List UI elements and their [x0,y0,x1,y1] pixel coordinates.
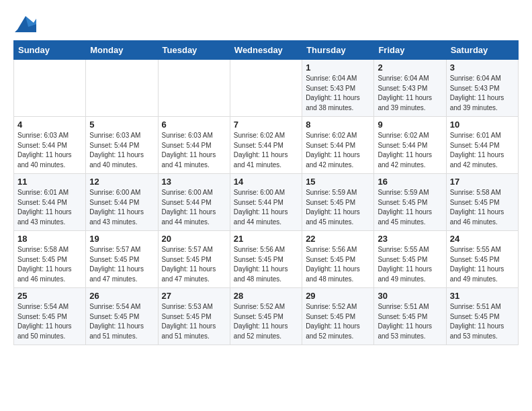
day-info: Sunrise: 5:56 AM Sunset: 5:45 PM Dayligh… [234,245,298,284]
day-info: Sunrise: 5:52 AM Sunset: 5:45 PM Dayligh… [234,302,298,341]
calendar-cell: 17Sunrise: 5:58 AM Sunset: 5:45 PM Dayli… [446,174,518,231]
calendar-cell: 28Sunrise: 5:52 AM Sunset: 5:45 PM Dayli… [230,288,302,345]
day-number: 20 [162,234,226,244]
day-number: 4 [17,120,82,130]
header [13,13,519,32]
day-number: 27 [162,291,226,301]
day-info: Sunrise: 6:04 AM Sunset: 5:43 PM Dayligh… [450,74,515,113]
day-info: Sunrise: 5:56 AM Sunset: 5:45 PM Dayligh… [306,245,370,284]
day-info: Sunrise: 5:55 AM Sunset: 5:45 PM Dayligh… [378,245,442,284]
calendar-cell: 29Sunrise: 5:52 AM Sunset: 5:45 PM Dayli… [302,288,374,345]
calendar-cell: 14Sunrise: 6:00 AM Sunset: 5:44 PM Dayli… [230,174,302,231]
calendar-cell: 11Sunrise: 6:01 AM Sunset: 5:44 PM Dayli… [14,174,86,231]
week-row-4: 18Sunrise: 5:58 AM Sunset: 5:45 PM Dayli… [14,231,519,288]
weekday-friday: Friday [374,41,446,60]
day-number: 2 [378,62,442,73]
day-number: 9 [378,120,442,130]
calendar-cell: 18Sunrise: 5:58 AM Sunset: 5:45 PM Dayli… [14,231,86,288]
day-info: Sunrise: 6:03 AM Sunset: 5:44 PM Dayligh… [89,131,154,170]
weekday-monday: Monday [86,41,158,60]
day-number: 5 [89,120,154,130]
day-info: Sunrise: 5:51 AM Sunset: 5:45 PM Dayligh… [378,302,442,341]
day-info: Sunrise: 6:04 AM Sunset: 5:43 PM Dayligh… [378,74,442,113]
calendar-cell: 16Sunrise: 5:59 AM Sunset: 5:45 PM Dayli… [374,174,446,231]
calendar-cell: 25Sunrise: 5:54 AM Sunset: 5:45 PM Dayli… [14,288,86,345]
weekday-header-row: SundayMondayTuesdayWednesdayThursdayFrid… [14,41,519,60]
day-info: Sunrise: 5:59 AM Sunset: 5:45 PM Dayligh… [378,188,442,227]
day-info: Sunrise: 6:02 AM Sunset: 5:44 PM Dayligh… [306,131,370,170]
calendar-cell: 26Sunrise: 5:54 AM Sunset: 5:45 PM Dayli… [86,288,158,345]
calendar-cell: 9Sunrise: 6:02 AM Sunset: 5:44 PM Daylig… [374,117,446,174]
day-number: 17 [450,177,515,187]
calendar-cell: 2Sunrise: 6:04 AM Sunset: 5:43 PM Daylig… [374,60,446,117]
day-info: Sunrise: 5:53 AM Sunset: 5:45 PM Dayligh… [162,302,226,341]
calendar-cell: 22Sunrise: 5:56 AM Sunset: 5:45 PM Dayli… [302,231,374,288]
day-number: 26 [89,291,154,301]
calendar-cell: 3Sunrise: 6:04 AM Sunset: 5:43 PM Daylig… [446,60,518,117]
day-info: Sunrise: 6:00 AM Sunset: 5:44 PM Dayligh… [162,188,226,227]
week-row-2: 4Sunrise: 6:03 AM Sunset: 5:44 PM Daylig… [14,117,519,174]
calendar-cell: 19Sunrise: 5:57 AM Sunset: 5:45 PM Dayli… [86,231,158,288]
day-info: Sunrise: 6:04 AM Sunset: 5:43 PM Dayligh… [306,74,370,113]
calendar-cell: 1Sunrise: 6:04 AM Sunset: 5:43 PM Daylig… [302,60,374,117]
calendar-cell [230,60,302,117]
day-number: 8 [306,120,370,130]
calendar-cell [86,60,158,117]
calendar-cell: 27Sunrise: 5:53 AM Sunset: 5:45 PM Dayli… [158,288,230,345]
logo-icon [15,13,36,32]
day-info: Sunrise: 5:55 AM Sunset: 5:45 PM Dayligh… [450,245,515,284]
calendar-cell [158,60,230,117]
day-number: 15 [306,177,370,187]
day-number: 10 [450,120,515,130]
weekday-tuesday: Tuesday [158,41,230,60]
day-info: Sunrise: 6:00 AM Sunset: 5:44 PM Dayligh… [234,188,298,227]
day-info: Sunrise: 5:57 AM Sunset: 5:45 PM Dayligh… [162,245,226,284]
calendar-cell: 21Sunrise: 5:56 AM Sunset: 5:45 PM Dayli… [230,231,302,288]
calendar-cell: 4Sunrise: 6:03 AM Sunset: 5:44 PM Daylig… [14,117,86,174]
calendar-cell: 6Sunrise: 6:03 AM Sunset: 5:44 PM Daylig… [158,117,230,174]
calendar-cell: 12Sunrise: 6:00 AM Sunset: 5:44 PM Dayli… [86,174,158,231]
day-info: Sunrise: 6:00 AM Sunset: 5:44 PM Dayligh… [89,188,154,227]
calendar-cell: 5Sunrise: 6:03 AM Sunset: 5:44 PM Daylig… [86,117,158,174]
day-info: Sunrise: 5:58 AM Sunset: 5:45 PM Dayligh… [450,188,515,227]
day-info: Sunrise: 5:59 AM Sunset: 5:45 PM Dayligh… [306,188,370,227]
calendar-cell: 7Sunrise: 6:02 AM Sunset: 5:44 PM Daylig… [230,117,302,174]
calendar-cell: 31Sunrise: 5:51 AM Sunset: 5:45 PM Dayli… [446,288,518,345]
page: SundayMondayTuesdayWednesdayThursdayFrid… [0,0,532,359]
calendar-cell: 10Sunrise: 6:01 AM Sunset: 5:44 PM Dayli… [446,117,518,174]
weekday-thursday: Thursday [302,41,374,60]
day-number: 12 [89,177,154,187]
logo [13,13,36,32]
week-row-1: 1Sunrise: 6:04 AM Sunset: 5:43 PM Daylig… [14,60,519,117]
day-number: 29 [306,291,370,301]
calendar-cell: 24Sunrise: 5:55 AM Sunset: 5:45 PM Dayli… [446,231,518,288]
day-info: Sunrise: 5:51 AM Sunset: 5:45 PM Dayligh… [450,302,515,341]
calendar-cell: 13Sunrise: 6:00 AM Sunset: 5:44 PM Dayli… [158,174,230,231]
day-info: Sunrise: 5:52 AM Sunset: 5:45 PM Dayligh… [306,302,370,341]
weekday-sunday: Sunday [14,41,86,60]
day-number: 28 [234,291,298,301]
day-number: 19 [89,234,154,244]
day-info: Sunrise: 6:03 AM Sunset: 5:44 PM Dayligh… [162,131,226,170]
day-info: Sunrise: 6:03 AM Sunset: 5:44 PM Dayligh… [17,131,82,170]
day-number: 11 [17,177,82,187]
calendar-cell: 15Sunrise: 5:59 AM Sunset: 5:45 PM Dayli… [302,174,374,231]
day-number: 16 [378,177,442,187]
day-number: 18 [17,234,82,244]
day-info: Sunrise: 6:02 AM Sunset: 5:44 PM Dayligh… [234,131,298,170]
day-info: Sunrise: 5:54 AM Sunset: 5:45 PM Dayligh… [17,302,82,341]
day-number: 24 [450,234,515,244]
calendar-cell: 8Sunrise: 6:02 AM Sunset: 5:44 PM Daylig… [302,117,374,174]
weekday-wednesday: Wednesday [230,41,302,60]
day-number: 22 [306,234,370,244]
calendar-cell: 20Sunrise: 5:57 AM Sunset: 5:45 PM Dayli… [158,231,230,288]
day-number: 7 [234,120,298,130]
calendar-cell [14,60,86,117]
day-info: Sunrise: 5:57 AM Sunset: 5:45 PM Dayligh… [89,245,154,284]
day-info: Sunrise: 5:54 AM Sunset: 5:45 PM Dayligh… [89,302,154,341]
day-number: 13 [162,177,226,187]
day-number: 30 [378,291,442,301]
day-number: 3 [450,62,515,73]
calendar: SundayMondayTuesdayWednesdayThursdayFrid… [13,40,519,345]
week-row-3: 11Sunrise: 6:01 AM Sunset: 5:44 PM Dayli… [14,174,519,231]
